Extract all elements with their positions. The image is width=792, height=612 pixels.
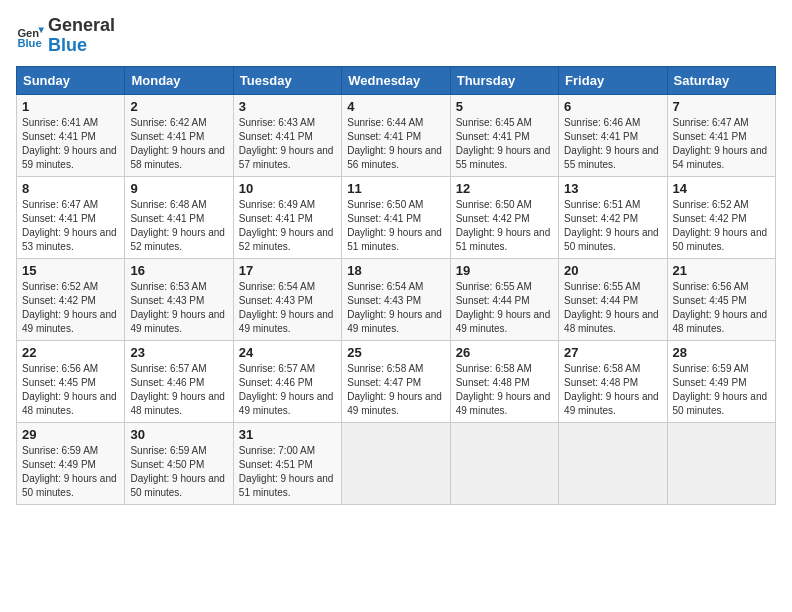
day-number: 25 (347, 345, 444, 360)
day-number: 7 (673, 99, 770, 114)
calendar-week-1: 1 Sunrise: 6:41 AMSunset: 4:41 PMDayligh… (17, 94, 776, 176)
day-number: 12 (456, 181, 553, 196)
day-info: Sunrise: 6:57 AMSunset: 4:46 PMDaylight:… (239, 362, 336, 418)
day-number: 29 (22, 427, 119, 442)
day-info: Sunrise: 6:50 AMSunset: 4:42 PMDaylight:… (456, 198, 553, 254)
calendar-cell: 30 Sunrise: 6:59 AMSunset: 4:50 PMDaylig… (125, 422, 233, 504)
day-number: 15 (22, 263, 119, 278)
calendar-cell: 7 Sunrise: 6:47 AMSunset: 4:41 PMDayligh… (667, 94, 775, 176)
day-info: Sunrise: 6:43 AMSunset: 4:41 PMDaylight:… (239, 116, 336, 172)
day-number: 17 (239, 263, 336, 278)
calendar-cell (559, 422, 667, 504)
page-header: Gen Blue GeneralBlue (16, 16, 776, 56)
calendar-cell: 27 Sunrise: 6:58 AMSunset: 4:48 PMDaylig… (559, 340, 667, 422)
day-number: 20 (564, 263, 661, 278)
day-info: Sunrise: 6:56 AMSunset: 4:45 PMDaylight:… (673, 280, 770, 336)
day-info: Sunrise: 6:42 AMSunset: 4:41 PMDaylight:… (130, 116, 227, 172)
day-info: Sunrise: 6:58 AMSunset: 4:48 PMDaylight:… (564, 362, 661, 418)
day-info: Sunrise: 6:51 AMSunset: 4:42 PMDaylight:… (564, 198, 661, 254)
calendar-cell: 25 Sunrise: 6:58 AMSunset: 4:47 PMDaylig… (342, 340, 450, 422)
day-info: Sunrise: 6:49 AMSunset: 4:41 PMDaylight:… (239, 198, 336, 254)
day-number: 28 (673, 345, 770, 360)
header-saturday: Saturday (667, 66, 775, 94)
calendar-week-4: 22 Sunrise: 6:56 AMSunset: 4:45 PMDaylig… (17, 340, 776, 422)
day-number: 2 (130, 99, 227, 114)
day-info: Sunrise: 6:54 AMSunset: 4:43 PMDaylight:… (239, 280, 336, 336)
calendar-cell: 23 Sunrise: 6:57 AMSunset: 4:46 PMDaylig… (125, 340, 233, 422)
day-info: Sunrise: 6:47 AMSunset: 4:41 PMDaylight:… (22, 198, 119, 254)
calendar-cell: 17 Sunrise: 6:54 AMSunset: 4:43 PMDaylig… (233, 258, 341, 340)
day-info: Sunrise: 6:48 AMSunset: 4:41 PMDaylight:… (130, 198, 227, 254)
day-info: Sunrise: 6:52 AMSunset: 4:42 PMDaylight:… (22, 280, 119, 336)
day-info: Sunrise: 6:55 AMSunset: 4:44 PMDaylight:… (456, 280, 553, 336)
calendar-cell: 16 Sunrise: 6:53 AMSunset: 4:43 PMDaylig… (125, 258, 233, 340)
day-info: Sunrise: 6:59 AMSunset: 4:49 PMDaylight:… (673, 362, 770, 418)
day-number: 19 (456, 263, 553, 278)
calendar-cell (450, 422, 558, 504)
day-number: 16 (130, 263, 227, 278)
calendar-week-5: 29 Sunrise: 6:59 AMSunset: 4:49 PMDaylig… (17, 422, 776, 504)
calendar-week-3: 15 Sunrise: 6:52 AMSunset: 4:42 PMDaylig… (17, 258, 776, 340)
day-info: Sunrise: 6:53 AMSunset: 4:43 PMDaylight:… (130, 280, 227, 336)
calendar-cell: 8 Sunrise: 6:47 AMSunset: 4:41 PMDayligh… (17, 176, 125, 258)
header-friday: Friday (559, 66, 667, 94)
calendar-cell: 28 Sunrise: 6:59 AMSunset: 4:49 PMDaylig… (667, 340, 775, 422)
day-info: Sunrise: 6:50 AMSunset: 4:41 PMDaylight:… (347, 198, 444, 254)
calendar-cell: 10 Sunrise: 6:49 AMSunset: 4:41 PMDaylig… (233, 176, 341, 258)
calendar-cell: 22 Sunrise: 6:56 AMSunset: 4:45 PMDaylig… (17, 340, 125, 422)
calendar-cell: 1 Sunrise: 6:41 AMSunset: 4:41 PMDayligh… (17, 94, 125, 176)
day-info: Sunrise: 6:58 AMSunset: 4:47 PMDaylight:… (347, 362, 444, 418)
day-info: Sunrise: 6:52 AMSunset: 4:42 PMDaylight:… (673, 198, 770, 254)
day-info: Sunrise: 6:58 AMSunset: 4:48 PMDaylight:… (456, 362, 553, 418)
day-info: Sunrise: 6:56 AMSunset: 4:45 PMDaylight:… (22, 362, 119, 418)
day-info: Sunrise: 7:00 AMSunset: 4:51 PMDaylight:… (239, 444, 336, 500)
day-number: 27 (564, 345, 661, 360)
calendar-cell: 2 Sunrise: 6:42 AMSunset: 4:41 PMDayligh… (125, 94, 233, 176)
day-number: 10 (239, 181, 336, 196)
day-number: 14 (673, 181, 770, 196)
day-info: Sunrise: 6:55 AMSunset: 4:44 PMDaylight:… (564, 280, 661, 336)
day-info: Sunrise: 6:59 AMSunset: 4:49 PMDaylight:… (22, 444, 119, 500)
day-info: Sunrise: 6:54 AMSunset: 4:43 PMDaylight:… (347, 280, 444, 336)
calendar-cell: 19 Sunrise: 6:55 AMSunset: 4:44 PMDaylig… (450, 258, 558, 340)
calendar-cell: 13 Sunrise: 6:51 AMSunset: 4:42 PMDaylig… (559, 176, 667, 258)
calendar-table: SundayMondayTuesdayWednesdayThursdayFrid… (16, 66, 776, 505)
header-thursday: Thursday (450, 66, 558, 94)
calendar-cell: 4 Sunrise: 6:44 AMSunset: 4:41 PMDayligh… (342, 94, 450, 176)
logo: Gen Blue GeneralBlue (16, 16, 115, 56)
calendar-cell: 24 Sunrise: 6:57 AMSunset: 4:46 PMDaylig… (233, 340, 341, 422)
day-number: 22 (22, 345, 119, 360)
general-blue-icon: Gen Blue (16, 22, 44, 50)
day-number: 30 (130, 427, 227, 442)
calendar-cell: 14 Sunrise: 6:52 AMSunset: 4:42 PMDaylig… (667, 176, 775, 258)
day-number: 3 (239, 99, 336, 114)
day-number: 18 (347, 263, 444, 278)
day-number: 8 (22, 181, 119, 196)
day-number: 9 (130, 181, 227, 196)
calendar-cell: 5 Sunrise: 6:45 AMSunset: 4:41 PMDayligh… (450, 94, 558, 176)
calendar-cell: 18 Sunrise: 6:54 AMSunset: 4:43 PMDaylig… (342, 258, 450, 340)
calendar-cell: 9 Sunrise: 6:48 AMSunset: 4:41 PMDayligh… (125, 176, 233, 258)
day-number: 4 (347, 99, 444, 114)
day-number: 24 (239, 345, 336, 360)
calendar-cell: 20 Sunrise: 6:55 AMSunset: 4:44 PMDaylig… (559, 258, 667, 340)
header-wednesday: Wednesday (342, 66, 450, 94)
logo-text: GeneralBlue (48, 16, 115, 56)
svg-text:Blue: Blue (17, 37, 41, 49)
calendar-cell: 21 Sunrise: 6:56 AMSunset: 4:45 PMDaylig… (667, 258, 775, 340)
day-info: Sunrise: 6:57 AMSunset: 4:46 PMDaylight:… (130, 362, 227, 418)
calendar-cell: 31 Sunrise: 7:00 AMSunset: 4:51 PMDaylig… (233, 422, 341, 504)
day-number: 23 (130, 345, 227, 360)
header-sunday: Sunday (17, 66, 125, 94)
calendar-cell: 26 Sunrise: 6:58 AMSunset: 4:48 PMDaylig… (450, 340, 558, 422)
day-info: Sunrise: 6:47 AMSunset: 4:41 PMDaylight:… (673, 116, 770, 172)
calendar-cell: 3 Sunrise: 6:43 AMSunset: 4:41 PMDayligh… (233, 94, 341, 176)
calendar-cell: 15 Sunrise: 6:52 AMSunset: 4:42 PMDaylig… (17, 258, 125, 340)
day-info: Sunrise: 6:41 AMSunset: 4:41 PMDaylight:… (22, 116, 119, 172)
calendar-cell: 6 Sunrise: 6:46 AMSunset: 4:41 PMDayligh… (559, 94, 667, 176)
calendar-cell (342, 422, 450, 504)
day-number: 13 (564, 181, 661, 196)
calendar-header-row: SundayMondayTuesdayWednesdayThursdayFrid… (17, 66, 776, 94)
calendar-cell: 11 Sunrise: 6:50 AMSunset: 4:41 PMDaylig… (342, 176, 450, 258)
day-number: 21 (673, 263, 770, 278)
